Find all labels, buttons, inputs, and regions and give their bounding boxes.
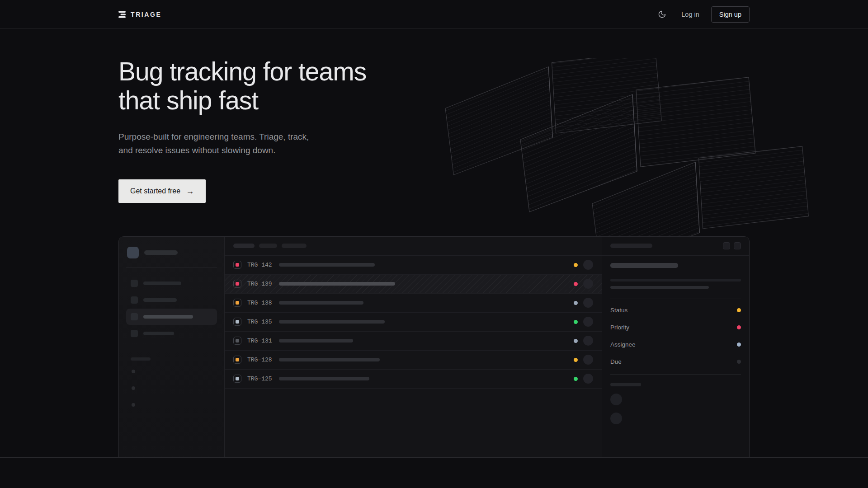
issue-row: TRG–131 xyxy=(225,332,602,351)
priority-icon xyxy=(233,261,241,269)
assignee-avatar-skeleton xyxy=(583,298,593,308)
issue-id: TRG–138 xyxy=(247,300,272,306)
nav-icon-skeleton xyxy=(131,296,138,304)
assignee-avatar-skeleton xyxy=(583,279,593,289)
panel-title-skeleton xyxy=(610,244,652,248)
nav-icon-skeleton xyxy=(131,313,138,320)
workspace-avatar-skeleton xyxy=(127,247,139,258)
activity-label-skeleton xyxy=(610,383,641,386)
issue-row: TRG–135 xyxy=(225,313,602,332)
detail-panel-body: Status Priority Assignee Due xyxy=(602,263,749,424)
sidebar-divider xyxy=(126,349,217,349)
priority-icon xyxy=(233,299,241,307)
issue-id: TRG–125 xyxy=(247,375,272,382)
sidebar-section-label-skeleton xyxy=(131,357,151,361)
property-label: Priority xyxy=(610,324,629,331)
sign-up-button[interactable]: Sign up xyxy=(711,6,750,23)
nav-label-skeleton xyxy=(143,282,181,285)
mockup-nav-item-active xyxy=(126,309,217,325)
panel-action-skeleton xyxy=(723,242,730,249)
priority-icon-dot xyxy=(236,320,239,324)
priority-icon xyxy=(233,375,241,383)
sidebar-list-dot xyxy=(132,386,135,390)
panel-actions xyxy=(723,242,741,249)
mockup-detail-panel: Status Priority Assignee Due xyxy=(602,237,749,457)
filter-tab-skeleton xyxy=(259,244,277,248)
arrow-right-icon: → xyxy=(186,187,194,195)
assignee-avatar-skeleton xyxy=(583,260,593,270)
status-dot xyxy=(574,320,578,324)
activity-avatar-skeleton xyxy=(610,413,622,424)
priority-icon-dot xyxy=(236,263,239,267)
issue-row: TRG–125 xyxy=(225,370,602,389)
property-row: Priority xyxy=(610,319,741,336)
panel-action-skeleton xyxy=(734,242,741,249)
property-value-dot xyxy=(737,325,741,329)
status-dot xyxy=(574,301,578,305)
issue-title-skeleton xyxy=(279,320,385,324)
log-in-link[interactable]: Log in xyxy=(681,11,699,18)
mockup-workspace-row xyxy=(126,245,217,260)
property-label: Assignee xyxy=(610,341,636,348)
hero-heading-line2: that ship fast xyxy=(118,86,258,115)
priority-icon xyxy=(233,318,241,326)
description-line-skeleton xyxy=(610,286,709,289)
description-line-skeleton xyxy=(610,279,741,282)
priority-icon xyxy=(233,280,241,288)
nav-actions: Log in Sign up xyxy=(654,6,750,23)
issue-id: TRG–142 xyxy=(247,262,272,268)
filter-tab-skeleton xyxy=(282,244,307,248)
property-label: Due xyxy=(610,358,622,365)
filter-tab-skeleton xyxy=(233,244,255,248)
assignee-avatar-skeleton xyxy=(583,317,593,327)
get-started-button[interactable]: Get started free → xyxy=(118,179,206,203)
priority-icon-dot xyxy=(236,377,239,380)
status-dot xyxy=(574,377,578,381)
status-dot xyxy=(574,358,578,362)
priority-icon xyxy=(233,356,241,364)
panel-divider xyxy=(610,374,741,375)
sidebar-list-dot xyxy=(132,403,135,407)
footer-section xyxy=(0,458,868,488)
assignee-avatar-skeleton xyxy=(583,374,593,384)
issue-row: TRG–139 xyxy=(225,275,602,294)
moon-icon xyxy=(658,10,666,19)
property-row: Assignee xyxy=(610,336,741,353)
nav-label-skeleton xyxy=(143,315,193,319)
issue-title-skeleton xyxy=(279,282,395,286)
property-value-dot xyxy=(737,308,741,312)
priority-icon-dot xyxy=(236,301,239,305)
brand-logo[interactable]: TRIAGE xyxy=(118,11,162,18)
theme-toggle-button[interactable] xyxy=(654,7,670,22)
hero-subheading: Purpose-built for engineering teams. Tri… xyxy=(118,130,317,157)
triage-bars-icon xyxy=(118,11,126,18)
detail-panel-header xyxy=(602,237,749,256)
issue-row: TRG–138 xyxy=(225,294,602,313)
issue-title-skeleton xyxy=(279,301,363,305)
assignee-avatar-skeleton xyxy=(583,336,593,346)
sidebar-list-dot xyxy=(132,370,135,373)
status-dot xyxy=(574,282,578,286)
app-preview-mockup: TRG–142 TRG–139 xyxy=(118,236,750,457)
status-dot xyxy=(574,263,578,267)
priority-icon-dot xyxy=(236,282,239,286)
issue-id: TRG–128 xyxy=(247,357,272,363)
issue-id: TRG–139 xyxy=(247,281,272,287)
get-started-label: Get started free xyxy=(130,187,180,195)
issue-title-skeleton xyxy=(279,263,375,267)
hero-heading: Bug tracking for teams that ship fast xyxy=(118,57,750,115)
property-label: Status xyxy=(610,307,627,314)
nav-icon-skeleton xyxy=(131,280,138,287)
nav-label-skeleton xyxy=(143,332,174,335)
issue-title-skeleton xyxy=(279,377,369,380)
workspace-name-skeleton xyxy=(144,250,178,255)
status-dot xyxy=(574,339,578,343)
property-row: Status xyxy=(610,302,741,319)
nav-icon-skeleton xyxy=(131,330,138,337)
issue-title-skeleton xyxy=(279,339,353,343)
issue-row: TRG–142 xyxy=(225,256,602,275)
property-row: Due xyxy=(610,353,741,371)
issue-title-skeleton xyxy=(610,263,678,268)
hero-heading-line1: Bug tracking for teams xyxy=(118,57,366,86)
property-value-dot xyxy=(737,343,741,347)
